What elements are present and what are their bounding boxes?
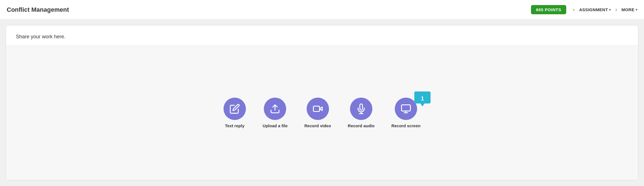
assignment-dropdown-button[interactable]: ASSIGNMENT ▾ xyxy=(579,7,611,12)
upload-file-icon-circle xyxy=(264,98,286,120)
nav-prev-button[interactable]: ‹ xyxy=(571,6,577,14)
chevron-down-icon: ▾ xyxy=(609,8,611,12)
more-label: MORE xyxy=(621,7,634,12)
action-buttons: Text reply Upload a file xyxy=(224,98,420,128)
card-text-area: Share your work here. xyxy=(6,25,638,46)
nav-next-button[interactable]: › xyxy=(613,6,619,14)
upload-icon xyxy=(270,103,280,114)
svg-rect-1 xyxy=(313,106,319,112)
main-content: Share your work here. Text reply xyxy=(0,20,644,186)
content-card: Share your work here. Text reply xyxy=(6,25,638,180)
upload-file-button[interactable]: Upload a file xyxy=(263,98,288,128)
video-icon xyxy=(312,103,323,114)
record-screen-icon-circle xyxy=(395,98,417,120)
pencil-icon xyxy=(229,103,240,114)
mic-icon xyxy=(356,103,366,114)
record-audio-icon-circle xyxy=(350,98,372,120)
record-audio-label: Record audio xyxy=(348,123,375,128)
text-reply-icon-circle xyxy=(224,98,246,120)
text-reply-label: Text reply xyxy=(225,123,245,128)
notification-count: 1 xyxy=(421,96,424,101)
points-badge: 665 POINTS xyxy=(531,5,566,14)
header-right: 665 POINTS ‹ ASSIGNMENT ▾ › MORE ▾ xyxy=(531,5,637,14)
page-container: Conflict Management 665 POINTS ‹ ASSIGNM… xyxy=(0,0,644,186)
notification-bubble: 1 xyxy=(414,91,431,107)
share-text: Share your work here. xyxy=(16,34,65,39)
chevron-right-icon: › xyxy=(615,7,617,13)
text-reply-button[interactable]: Text reply xyxy=(224,98,246,128)
page-title: Conflict Management xyxy=(7,6,69,13)
record-screen-button[interactable]: 1 Record screen xyxy=(391,98,420,128)
assignment-label: ASSIGNMENT xyxy=(579,7,608,12)
actions-area: Text reply Upload a file xyxy=(6,46,638,180)
record-audio-button[interactable]: Record audio xyxy=(348,98,375,128)
record-video-icon-circle xyxy=(307,98,329,120)
upload-file-label: Upload a file xyxy=(263,123,288,128)
record-video-button[interactable]: Record video xyxy=(304,98,331,128)
monitor-icon xyxy=(401,103,411,114)
more-chevron-down-icon: ▾ xyxy=(636,8,637,12)
chevron-left-icon: ‹ xyxy=(573,7,575,13)
header-left: Conflict Management xyxy=(7,6,69,13)
svg-rect-5 xyxy=(401,105,410,111)
nav-controls: ‹ ASSIGNMENT ▾ › MORE ▾ xyxy=(571,6,637,14)
header: Conflict Management 665 POINTS ‹ ASSIGNM… xyxy=(0,0,644,20)
more-dropdown-button[interactable]: MORE ▾ xyxy=(621,7,637,12)
record-screen-label: Record screen xyxy=(391,123,420,128)
record-video-label: Record video xyxy=(304,123,331,128)
